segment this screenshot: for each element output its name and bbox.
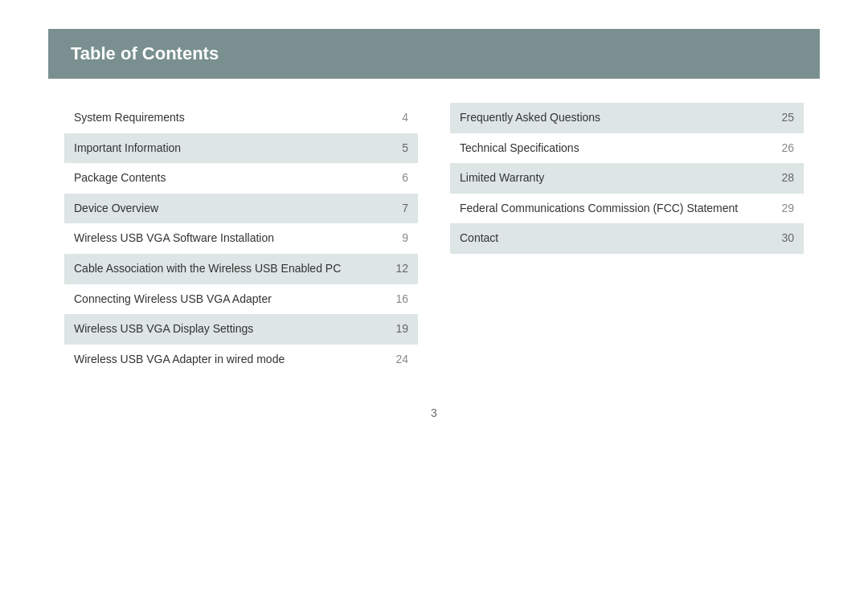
toc-item-title: Contact: [460, 231, 781, 247]
toc-container: System Requirements4Important Informatio…: [48, 103, 820, 374]
toc-item-page: 4: [402, 110, 408, 126]
toc-item-title: Federal Communications Commission (FCC) …: [460, 201, 781, 217]
toc-item-page: 19: [395, 321, 408, 337]
toc-item-title: Technical Specifications: [460, 141, 781, 157]
toc-item-title: System Requirements: [74, 110, 402, 126]
toc-left-column: System Requirements4Important Informatio…: [64, 103, 418, 374]
toc-item-title: Cable Association with the Wireless USB …: [74, 261, 395, 277]
toc-item-title: Limited Warranty: [460, 170, 781, 186]
toc-item-page: 25: [781, 110, 794, 126]
toc-item-title: Important Information: [74, 141, 402, 157]
page-title: Table of Contents: [71, 43, 219, 63]
toc-item: Connecting Wireless USB VGA Adapter16: [64, 284, 418, 315]
toc-item-title: Package Contents: [74, 170, 402, 186]
toc-item: System Requirements4: [64, 103, 418, 133]
page-number: 3: [48, 406, 820, 419]
toc-item-page: 29: [781, 201, 794, 217]
toc-item-page: 16: [395, 292, 408, 308]
toc-item-title: Wireless USB VGA Adapter in wired mode: [74, 352, 395, 368]
toc-item: Technical Specifications26: [450, 133, 804, 164]
toc-item-page: 28: [781, 170, 794, 186]
toc-item-page: 24: [395, 352, 408, 368]
toc-item: Important Information5: [64, 133, 418, 164]
toc-item: Cable Association with the Wireless USB …: [64, 254, 418, 284]
toc-item-title: Frequently Asked Questions: [460, 110, 781, 126]
toc-item: Package Contents6: [64, 163, 418, 194]
toc-item: Federal Communications Commission (FCC) …: [450, 194, 804, 224]
toc-item-page: 5: [402, 141, 408, 157]
toc-right-column: Frequently Asked Questions25Technical Sp…: [450, 103, 804, 374]
toc-item: Limited Warranty28: [450, 163, 804, 194]
toc-item-page: 6: [402, 170, 408, 186]
toc-item: Device Overview7: [64, 194, 418, 224]
header: Table of Contents: [48, 29, 820, 79]
toc-item-page: 12: [395, 261, 408, 277]
toc-item-title: Wireless USB VGA Display Settings: [74, 321, 395, 337]
toc-item: Contact30: [450, 223, 804, 254]
toc-item-title: Connecting Wireless USB VGA Adapter: [74, 292, 395, 308]
toc-item: Frequently Asked Questions25: [450, 103, 804, 133]
toc-item-page: 7: [402, 201, 408, 217]
toc-item-page: 9: [402, 231, 408, 247]
page: Table of Contents System Requirements4Im…: [48, 29, 820, 575]
toc-item-page: 30: [781, 231, 794, 247]
toc-item-page: 26: [781, 141, 794, 157]
toc-item: Wireless USB VGA Software Installation9: [64, 223, 418, 254]
toc-item: Wireless USB VGA Display Settings19: [64, 314, 418, 345]
toc-item-title: Device Overview: [74, 201, 402, 217]
toc-item: Wireless USB VGA Adapter in wired mode24: [64, 345, 418, 375]
toc-item-title: Wireless USB VGA Software Installation: [74, 231, 402, 247]
